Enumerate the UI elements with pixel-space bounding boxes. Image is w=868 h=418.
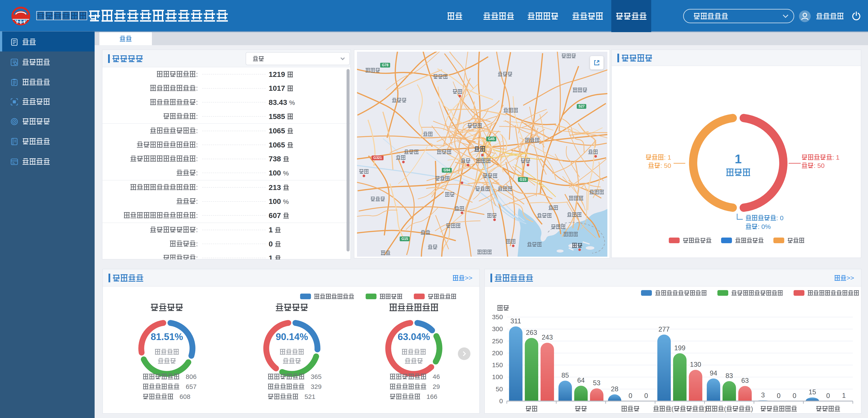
svg-text:0: 0 xyxy=(628,392,632,399)
svg-text:94: 94 xyxy=(710,369,717,377)
svg-text:0: 0 xyxy=(644,392,648,399)
svg-text:130: 130 xyxy=(690,361,701,368)
svg-text:150: 150 xyxy=(492,361,503,368)
svg-text:64: 64 xyxy=(577,377,585,384)
svg-text:350: 350 xyxy=(492,314,503,321)
svg-text:50: 50 xyxy=(496,385,503,393)
svg-text:200: 200 xyxy=(492,349,503,357)
svg-text:83: 83 xyxy=(725,372,733,380)
svg-text:250: 250 xyxy=(492,337,503,345)
svg-text:0: 0 xyxy=(777,392,780,399)
svg-text:0: 0 xyxy=(499,397,503,405)
svg-text:243: 243 xyxy=(541,333,553,341)
svg-text:53: 53 xyxy=(593,379,600,387)
svg-text:263: 263 xyxy=(526,329,537,336)
svg-text:85: 85 xyxy=(561,371,569,379)
svg-text:1: 1 xyxy=(842,392,846,399)
svg-text:311: 311 xyxy=(510,317,521,325)
svg-text:199: 199 xyxy=(674,344,685,352)
svg-text:3: 3 xyxy=(761,391,765,399)
svg-text:63: 63 xyxy=(741,377,749,384)
svg-text:277: 277 xyxy=(658,326,670,333)
svg-text:0: 0 xyxy=(793,392,796,399)
svg-text:28: 28 xyxy=(611,385,618,393)
svg-text:15: 15 xyxy=(809,388,816,396)
svg-text:300: 300 xyxy=(492,325,503,332)
svg-text:100: 100 xyxy=(492,373,503,381)
svg-text:0: 0 xyxy=(826,392,830,399)
